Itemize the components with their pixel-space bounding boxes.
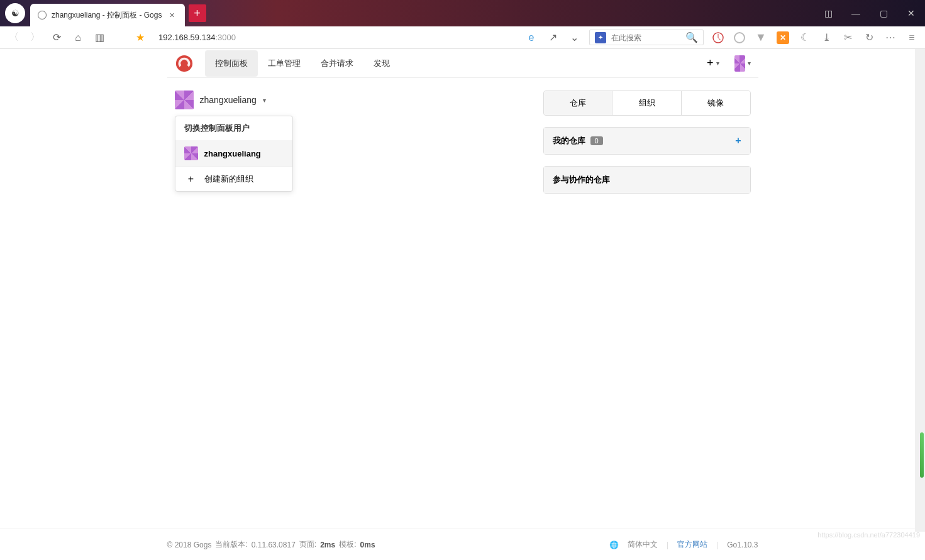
extension-icon-2[interactable] [734, 32, 745, 43]
restore-icon[interactable]: ↻ [863, 32, 875, 43]
avatar [175, 91, 194, 109]
version-value: 0.11.63.0817 [252, 541, 296, 549]
scroll-thumb[interactable] [920, 432, 924, 478]
template-time-label: 模板: [339, 539, 356, 550]
version-label: 当前版本: [215, 539, 247, 550]
tab-orgs[interactable]: 组织 [612, 91, 681, 115]
gogs-navbar: 控制面板 工单管理 合并请求 发现 + ▾ ▾ [167, 49, 758, 78]
page-time-label: 页面: [299, 539, 316, 550]
nav-issues[interactable]: 工单管理 [258, 50, 311, 77]
tab-title: zhangxueliang - 控制面板 - Gogs [52, 10, 162, 21]
night-mode-icon[interactable]: ☾ [799, 32, 811, 43]
page-footer: © 2018 Gogs 当前版本: 0.11.63.0817 页面: 2ms 模… [0, 529, 925, 560]
search-input[interactable] [611, 33, 680, 42]
collab-repos-label: 参与协作的仓库 [553, 174, 610, 185]
avatar [184, 146, 198, 160]
app-favicon: ☯ [5, 3, 25, 23]
globe-icon: 🌐 [609, 541, 619, 549]
dropdown-user-label: zhangxueliang [204, 149, 261, 158]
browser-toolbar: 〈 〉 ⟳ ⌂ ▥ ★ 192.168.59.134:3000 e ↗ ⌄ ✦ … [0, 26, 925, 49]
my-repos-label: 我的仓库 [553, 135, 585, 146]
page-content: 控制面板 工单管理 合并请求 发现 + ▾ ▾ zhangxueliang ▾ … [0, 49, 925, 560]
avatar [734, 55, 745, 72]
chevron-down-icon: ▾ [263, 97, 266, 104]
forward-icon[interactable]: 〉 [29, 31, 42, 44]
window-option-icon[interactable]: ◫ [814, 0, 842, 26]
window-titlebar: ☯ zhangxueliang - 控制面板 - Gogs × + ◫ — ▢ … [0, 0, 925, 26]
home-icon[interactable]: ⌂ [72, 31, 84, 44]
copyright: © 2018 Gogs [167, 541, 212, 549]
menu-icon[interactable]: ≡ [906, 32, 917, 43]
context-user-name: zhangxueliang [200, 95, 257, 105]
extension-icon-3[interactable]: ▼ [755, 32, 767, 43]
official-site-link[interactable]: 官方网站 [677, 539, 707, 550]
chevron-down-icon[interactable]: ⌄ [568, 31, 580, 44]
my-repos-panel: 我的仓库 0 + [543, 127, 751, 155]
template-time: 0ms [360, 541, 375, 549]
create-menu[interactable]: + ▾ [699, 52, 727, 75]
new-repo-button[interactable]: + [735, 135, 741, 146]
search-engine-icon: ✦ [595, 32, 606, 43]
close-icon[interactable]: × [167, 10, 177, 20]
search-icon[interactable]: 🔍 [685, 31, 698, 43]
new-tab-button[interactable]: + [189, 4, 206, 22]
browser-tab[interactable]: zhangxueliang - 控制面板 - Gogs × [30, 4, 185, 26]
dropdown-user-item[interactable]: zhangxueliang [175, 140, 292, 167]
reader-icon[interactable]: ▥ [93, 31, 106, 44]
address-bar[interactable]: 192.168.59.134:3000 [158, 33, 236, 42]
my-repos-count: 0 [590, 136, 603, 145]
collab-repos-panel: 参与协作的仓库 [543, 166, 751, 194]
plus-icon: + [184, 173, 198, 185]
extension-icon-1[interactable] [712, 32, 724, 43]
go-version: Go1.10.3 [727, 541, 758, 549]
dropdown-create-org[interactable]: + 创建新的组织 [175, 167, 292, 191]
more-icon[interactable]: ⋯ [885, 32, 896, 43]
dropdown-header: 切换控制面板用户 [175, 116, 292, 140]
context-user-selector[interactable]: zhangxueliang ▾ [175, 91, 531, 109]
nav-explore[interactable]: 发现 [363, 50, 400, 77]
maximize-icon[interactable]: ▢ [870, 0, 897, 26]
download-icon[interactable]: ⤓ [821, 32, 832, 43]
gogs-logo-icon[interactable] [175, 54, 194, 73]
extension-icon-4[interactable]: ✕ [777, 31, 789, 44]
nav-dashboard[interactable]: 控制面板 [205, 50, 258, 77]
user-menu[interactable]: ▾ [734, 55, 751, 72]
tab-repos[interactable]: 仓库 [544, 91, 612, 115]
watermark: https://blog.csdn.net/a772304419 [817, 531, 920, 539]
repo-filter-tabs: 仓库 组织 镜像 [543, 91, 751, 116]
globe-icon [38, 11, 47, 19]
page-time: 2ms [320, 541, 335, 549]
search-box[interactable]: ✦ 🔍 [589, 30, 704, 45]
reload-icon[interactable]: ⟳ [50, 31, 63, 44]
scissors-icon[interactable]: ✂ [842, 32, 853, 43]
dropdown-create-label: 创建新的组织 [204, 173, 253, 185]
close-window-icon[interactable]: ✕ [897, 0, 925, 26]
lang-selector[interactable]: 简体中文 [628, 539, 658, 550]
ie-mode-icon[interactable]: e [525, 31, 538, 44]
tab-mirrors[interactable]: 镜像 [681, 91, 750, 115]
nav-pulls[interactable]: 合并请求 [311, 50, 363, 77]
share-icon[interactable]: ↗ [546, 31, 559, 44]
back-icon[interactable]: 〈 [8, 31, 20, 44]
context-user-dropdown: 切换控制面板用户 zhangxueliang + 创建新的组织 [175, 116, 293, 192]
bookmark-star-icon[interactable]: ★ [136, 31, 145, 43]
minimize-icon[interactable]: — [842, 0, 870, 26]
